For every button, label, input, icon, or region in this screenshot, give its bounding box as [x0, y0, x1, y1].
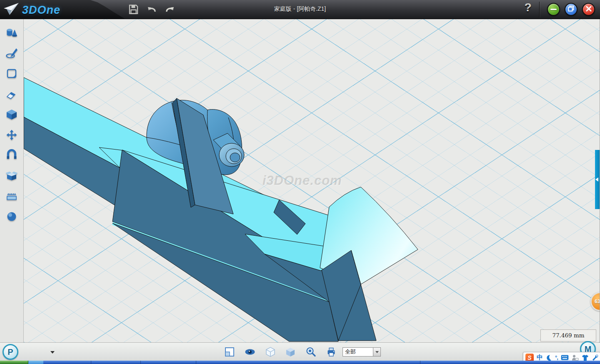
apache-3d-model[interactable]: [24, 19, 600, 342]
bottom-toolbar: P: [0, 342, 600, 361]
window-controls: [547, 3, 595, 16]
sketch-surface-tool[interactable]: [5, 67, 19, 81]
soft-keyboard-icon[interactable]: [561, 354, 569, 361]
quicklaunch-edge[interactable]: [28, 361, 43, 364]
logo-text: 3DOne: [22, 4, 60, 17]
left-toolbar: [0, 19, 24, 342]
title-bar: 3DOne 家庭: [0, 0, 600, 19]
snap-magnet-tool[interactable]: [5, 148, 19, 162]
titlebar-divider: [539, 2, 540, 17]
profile-person-icon[interactable]: [572, 354, 579, 361]
sketch-draw-tool[interactable]: [5, 46, 19, 60]
move-transform-tool[interactable]: [5, 128, 19, 142]
taskbar-separator: [91, 361, 91, 364]
taskbar-separator: [196, 361, 196, 364]
viewport-canvas[interactable]: i3DOne.com: [24, 19, 600, 342]
plan-view-button[interactable]: P: [2, 344, 18, 360]
visibility-eye-icon[interactable]: [245, 347, 255, 357]
print-icon[interactable]: [326, 347, 337, 357]
zoom-search-icon[interactable]: [305, 347, 316, 357]
skin-tshirt-icon[interactable]: [582, 354, 589, 361]
wireframe-cube-icon[interactable]: [265, 347, 276, 357]
material-sphere-tool[interactable]: [5, 209, 19, 224]
application-window: 3DOne 家庭: [0, 0, 600, 364]
assembly-box-tool[interactable]: [5, 169, 19, 183]
chevron-down-icon: [375, 351, 379, 353]
dropdown-arrow-button[interactable]: [373, 347, 381, 357]
eraser-tool[interactable]: [5, 87, 19, 101]
display-filter-dropdown[interactable]: 全部: [342, 347, 381, 357]
panel-collapse-tab[interactable]: [595, 150, 600, 209]
minimize-icon: [550, 9, 557, 10]
help-button[interactable]: ?: [522, 1, 534, 17]
close-button[interactable]: [582, 3, 595, 16]
primitive-solids-tool[interactable]: [5, 26, 19, 40]
halfwidth-moon-icon[interactable]: [546, 354, 552, 361]
punctuation-icon[interactable]: °,: [555, 354, 558, 361]
solid-cube-tool[interactable]: [5, 107, 19, 122]
restore-button[interactable]: [565, 3, 578, 16]
redo-icon[interactable]: [164, 3, 176, 15]
minimize-button[interactable]: [547, 3, 560, 16]
app-logo: 3DOne: [3, 2, 60, 18]
taskbar-body-edge[interactable]: [43, 361, 600, 364]
os-taskbar-edge[interactable]: [0, 361, 600, 364]
restore-icon: [568, 5, 574, 13]
shaded-cube-icon[interactable]: [285, 347, 296, 357]
measurement-readout: 77.469 mm: [540, 329, 596, 342]
paper-plane-icon: [3, 2, 20, 18]
taskbar-separator: [140, 361, 141, 364]
start-button-edge[interactable]: [0, 361, 28, 364]
settings-wrench-icon[interactable]: [592, 354, 598, 361]
plan-view-caret-icon[interactable]: [50, 351, 55, 354]
view-layout-icon[interactable]: [224, 347, 235, 357]
quick-access-toolbar: [128, 3, 176, 15]
undo-icon[interactable]: [146, 3, 158, 15]
taskbar-separator: [420, 361, 420, 364]
filter-value[interactable]: 全部: [342, 347, 373, 357]
close-icon: [586, 6, 592, 13]
collapse-left-arrow-icon: [595, 177, 598, 182]
measure-clamp-tool[interactable]: [5, 189, 19, 203]
save-icon[interactable]: [128, 3, 139, 15]
